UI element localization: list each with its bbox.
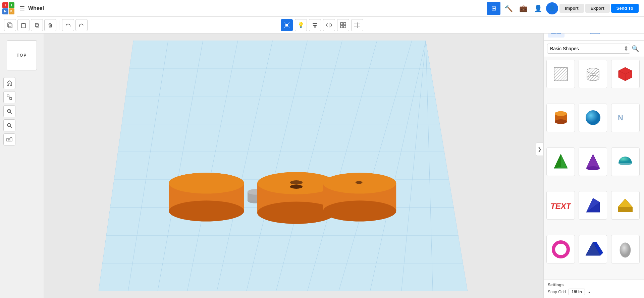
home-button[interactable]	[3, 77, 15, 89]
svg-rect-8	[313, 25, 317, 26]
svg-rect-7	[313, 23, 317, 24]
svg-rect-11	[343, 22, 346, 25]
snap-grid-value[interactable]: 1/8 in	[569, 289, 585, 295]
svg-line-65	[10, 126, 12, 128]
shape-half-sphere[interactable]	[611, 147, 640, 176]
svg-rect-57	[7, 95, 9, 97]
svg-point-50	[290, 180, 303, 184]
collapse-panel-arrow[interactable]: ❯	[536, 142, 543, 156]
svg-marker-16	[99, 41, 468, 291]
svg-point-67	[8, 139, 10, 141]
svg-point-56	[356, 181, 363, 184]
settings-label: Settings	[548, 283, 640, 287]
svg-rect-99	[618, 207, 633, 212]
shape-torus[interactable]	[546, 235, 575, 263]
svg-rect-77	[554, 67, 568, 81]
shape-category-select[interactable]: Basic Shapes	[547, 44, 630, 54]
svg-point-86	[555, 119, 567, 124]
redo-button[interactable]	[75, 19, 88, 31]
hamburger-icon[interactable]: ☰	[19, 5, 25, 12]
shape-text-red[interactable]: TEXT	[546, 191, 575, 220]
svg-rect-58	[10, 98, 12, 100]
svg-point-42	[169, 173, 244, 193]
svg-rect-1	[8, 23, 11, 27]
svg-point-87	[555, 111, 567, 116]
center-tools: 💡	[281, 19, 363, 31]
projects-button[interactable]: 💼	[517, 2, 530, 15]
wheel-1[interactable]	[169, 173, 244, 221]
zoom-out-button[interactable]	[3, 119, 15, 131]
view-cube[interactable]: TOP	[7, 40, 40, 74]
logo-cad: K	[9, 8, 15, 14]
svg-point-94	[619, 161, 632, 165]
settings-bar: Settings Snap Grid 1/8 in ▲	[544, 280, 644, 298]
logo-ker: N	[2, 8, 8, 14]
toolbar: 💡	[0, 17, 644, 34]
paste-button[interactable]	[17, 19, 30, 31]
shape-text[interactable]: N	[611, 104, 640, 132]
mirror-button[interactable]	[323, 19, 335, 31]
avatar[interactable]: 👤	[546, 2, 558, 14]
fit-button[interactable]	[3, 91, 15, 103]
shape-selector: Basic Shapes ⇕ 🔍	[544, 41, 644, 57]
svg-point-41	[169, 200, 244, 221]
copy-button[interactable]	[4, 19, 16, 31]
flip-button[interactable]	[351, 19, 363, 31]
svg-line-61	[10, 112, 12, 114]
duplicate-button[interactable]	[31, 19, 43, 31]
shape-pyramid[interactable]	[546, 147, 575, 176]
cube-display[interactable]: TOP	[7, 40, 37, 70]
viewport-controls	[3, 77, 15, 145]
wheel-3[interactable]	[323, 173, 396, 221]
svg-rect-6	[285, 24, 288, 26]
zoom-in-button[interactable]	[3, 105, 15, 117]
shape-prism[interactable]	[579, 235, 607, 263]
view-label: TOP	[17, 53, 27, 58]
undo-button[interactable]	[62, 19, 74, 31]
shape-wedge[interactable]	[579, 191, 607, 220]
shapes-grid: N TEXT	[544, 57, 644, 280]
shape-cone[interactable]	[579, 147, 607, 176]
snap-up-arrow[interactable]: ▲	[588, 290, 591, 294]
build-tools-button[interactable]: 🔨	[502, 2, 515, 15]
snap-grid-label: Snap Grid	[548, 290, 566, 294]
svg-point-51	[290, 185, 303, 189]
right-panel: Basic Shapes ⇕ 🔍 N	[543, 17, 644, 298]
send-to-button[interactable]: Send To	[611, 4, 639, 13]
shape-roof[interactable]	[611, 191, 640, 220]
svg-point-88	[586, 110, 600, 125]
shape-egg[interactable]	[611, 235, 640, 263]
canvas-area[interactable]	[44, 34, 543, 298]
grid-view-button[interactable]: ⊞	[487, 2, 500, 15]
add-user-button[interactable]: 👤	[531, 2, 545, 15]
group-button[interactable]	[337, 19, 349, 31]
project-title[interactable]: Wheel	[28, 5, 44, 11]
shape-sphere[interactable]	[579, 104, 607, 132]
import-button[interactable]: Import	[559, 4, 584, 13]
export-button[interactable]: Export	[585, 4, 610, 13]
align-button[interactable]	[309, 19, 321, 31]
svg-text:N: N	[618, 114, 623, 122]
header: T I N K ☰ Wheel ⊞ 🔨 💼 👤 👤 Import Export …	[0, 0, 644, 17]
svg-rect-0	[9, 24, 12, 28]
delete-button[interactable]	[44, 19, 56, 31]
svg-rect-10	[340, 22, 343, 25]
toolbar-separator-1	[59, 20, 59, 30]
svg-point-54	[323, 200, 396, 221]
shape-search-button[interactable]: 🔍	[630, 43, 641, 54]
shape-cylinder-hole[interactable]	[579, 60, 607, 88]
svg-marker-91	[554, 154, 561, 168]
shape-box-hole[interactable]	[546, 60, 575, 88]
tinkercad-logo[interactable]: T I N K	[0, 0, 17, 17]
shape-cylinder[interactable]	[546, 104, 575, 132]
view-cube-button[interactable]	[281, 19, 293, 31]
logo-tin: T	[2, 2, 8, 8]
shape-box[interactable]	[611, 60, 640, 88]
logo-in: I	[9, 2, 15, 8]
light-button[interactable]: 💡	[295, 19, 307, 31]
camera-button[interactable]	[3, 133, 15, 145]
svg-rect-9	[314, 26, 316, 27]
svg-point-100	[553, 242, 568, 257]
svg-point-103	[620, 243, 631, 257]
svg-rect-12	[340, 25, 343, 28]
